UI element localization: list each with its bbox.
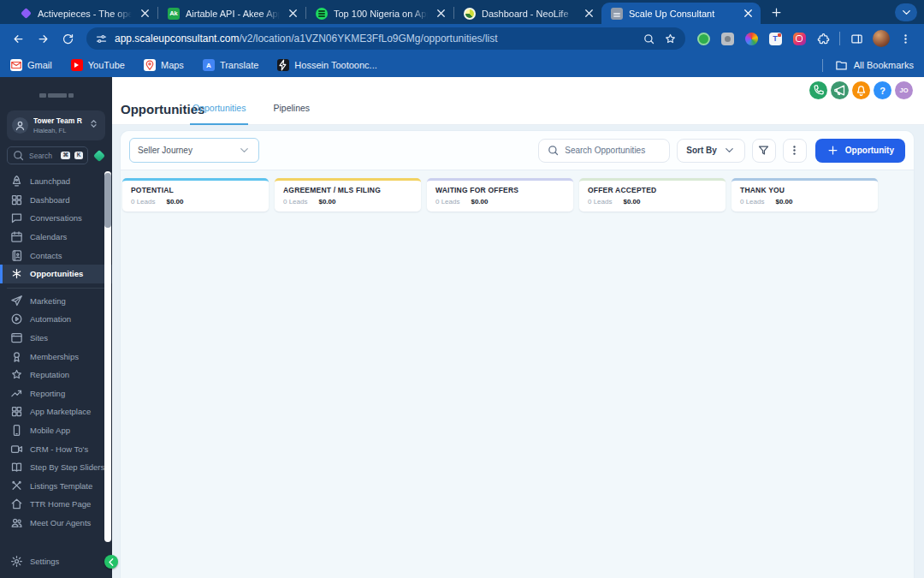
tab-title: Airtable API - Akee App Test bbox=[186, 9, 280, 19]
more-options-button[interactable] bbox=[783, 139, 807, 163]
kanban-column-thank-you[interactable]: THANK YOU 0 Leads$0.00 bbox=[732, 178, 878, 212]
bell-icon[interactable] bbox=[852, 81, 870, 99]
sidebar-item-launchpad[interactable]: Launchpad bbox=[0, 172, 112, 191]
add-opportunity-button[interactable]: Opportunity bbox=[815, 139, 905, 163]
account-updown-icon bbox=[87, 117, 100, 134]
megaphone-icon[interactable] bbox=[831, 81, 849, 99]
sidebar-item-contacts[interactable]: Contacts bbox=[0, 246, 112, 265]
sidebar-item-meet-our-agents[interactable]: Meet Our Agents bbox=[0, 514, 112, 533]
search-opportunities-input[interactable]: Search Opportunities bbox=[538, 139, 670, 163]
tab-activepieces[interactable]: Activepieces - The open sour bbox=[10, 3, 157, 24]
sidebar-item-crm-how-tos[interactable]: CRM - How To's bbox=[0, 439, 112, 458]
tab-close-icon[interactable] bbox=[138, 7, 151, 21]
new-tab-button[interactable] bbox=[766, 2, 786, 22]
account-switcher[interactable]: Tower Team Realty Hialeah, FL bbox=[7, 110, 105, 140]
kanban-column-potential[interactable]: POTENTIAL 0 Leads$0.00 bbox=[122, 178, 269, 212]
bookmark-star-icon[interactable] bbox=[664, 33, 677, 45]
column-value: $0.00 bbox=[471, 198, 488, 206]
sidebar-item-dashboard[interactable]: Dashboard bbox=[0, 191, 112, 210]
tab-neolife[interactable]: Dashboard - NeoLife bbox=[454, 3, 601, 24]
sidebar-item-label: Conversations bbox=[30, 213, 82, 223]
sidebar-item-opportunities[interactable]: Opportunities bbox=[0, 265, 112, 283]
sidebar-item-label: Dashboard bbox=[30, 195, 69, 205]
note-extension-icon[interactable]: T bbox=[764, 27, 786, 50]
chevron-down-icon bbox=[238, 144, 251, 157]
sidebar-item-label: Listings Template bbox=[30, 481, 92, 491]
kanban-column-waiting-for-offers[interactable]: WAITING FOR OFFERS 0 Leads$0.00 bbox=[427, 178, 573, 212]
sidebar-item-label: Marketing bbox=[30, 296, 66, 306]
all-bookmarks-label: All Bookmarks bbox=[854, 60, 914, 70]
column-leads: 0 Leads bbox=[435, 198, 459, 206]
sidebar-nav: Launchpad Dashboard Conversations Calend… bbox=[0, 172, 112, 532]
browser-window-icon bbox=[10, 331, 23, 344]
sidebar-item-ttr-home-page[interactable]: TTR Home Page bbox=[0, 495, 112, 514]
bookmark-translate[interactable]: A Translate bbox=[203, 59, 258, 71]
app-window: Tower Team Realty Hialeah, FL Search ⌘ K… bbox=[0, 77, 924, 578]
sidebar-scrollbar-thumb[interactable] bbox=[104, 173, 111, 228]
sidebar-item-mobile-app[interactable]: Mobile App bbox=[0, 421, 112, 440]
calendar-icon bbox=[10, 230, 23, 243]
kanban-column-offer-accepted[interactable]: OFFER ACCEPTED 0 Leads$0.00 bbox=[579, 178, 726, 212]
user-avatar[interactable]: JO bbox=[895, 81, 913, 99]
forward-button[interactable] bbox=[32, 27, 55, 51]
green-extension-icon[interactable] bbox=[692, 27, 714, 50]
bookmark-hossein[interactable]: Hossein Tootoonc... bbox=[277, 59, 376, 71]
sidebar-item-calendars[interactable]: Calendars bbox=[0, 228, 112, 247]
pipeline-selected-value: Seller Journey bbox=[138, 146, 192, 155]
sidebar-item-settings[interactable]: Settings bbox=[0, 551, 112, 570]
sidebar-item-reporting[interactable]: Reporting bbox=[0, 384, 112, 403]
bookmark-gmail[interactable]: Gmail bbox=[10, 59, 52, 71]
green-diamond-icon[interactable] bbox=[92, 149, 105, 162]
tab-music[interactable]: Top 100 Nigeria on Apple Mus bbox=[306, 3, 453, 24]
tab-scale-up-consultant[interactable]: Scale Up Consultant bbox=[601, 3, 761, 24]
sidebar-item-marketing[interactable]: Marketing bbox=[0, 292, 112, 311]
tab-close-icon[interactable] bbox=[434, 7, 447, 21]
sidebar-item-conversations[interactable]: Conversations bbox=[0, 209, 112, 228]
filter-funnel-button[interactable] bbox=[752, 139, 776, 163]
help-icon[interactable]: ? bbox=[874, 81, 891, 99]
tab-airtable[interactable]: Ak Airtable API - Akee App Test bbox=[158, 3, 305, 24]
tab-close-icon[interactable] bbox=[286, 7, 299, 21]
account-name: Tower Team Realty bbox=[33, 116, 82, 125]
profile-avatar[interactable] bbox=[873, 30, 890, 47]
sort-by-button[interactable]: Sort By bbox=[677, 139, 745, 163]
reload-button[interactable] bbox=[56, 27, 80, 51]
bookmark-youtube[interactable]: YouTube bbox=[71, 59, 125, 71]
phone-icon[interactable] bbox=[809, 81, 827, 99]
url-path: /v2/location/a1VZN06YKME3FfLo9GMg/opport… bbox=[239, 33, 497, 45]
sidebar-item-listings-template[interactable]: Listings Template bbox=[0, 477, 112, 496]
grid-icon bbox=[10, 194, 23, 206]
pipeline-select[interactable]: Seller Journey bbox=[129, 138, 259, 163]
url-text[interactable]: app.scaleupconsultant.com/v2/location/a1… bbox=[115, 33, 634, 45]
browser-menu-icon[interactable] bbox=[894, 27, 917, 51]
sidebar-search-input[interactable]: Search ⌘ K bbox=[7, 146, 88, 164]
all-bookmarks-button[interactable]: All Bookmarks bbox=[835, 59, 914, 72]
sidebar-item-sites[interactable]: Sites bbox=[0, 329, 112, 348]
sidebar-item-step-by-step-sliders[interactable]: Step By Step Sliders bbox=[0, 458, 112, 477]
bookmark-maps[interactable]: Maps bbox=[144, 59, 184, 71]
zoom-icon[interactable] bbox=[643, 33, 655, 45]
sidebar-item-memberships[interactable]: Memberships bbox=[0, 347, 112, 366]
automation-icon bbox=[10, 313, 23, 325]
puzzle-extensions-icon[interactable] bbox=[812, 27, 834, 50]
sidebar-item-automation[interactable]: Automation bbox=[0, 310, 112, 329]
tab-pipelines[interactable]: Pipelines bbox=[270, 103, 312, 125]
instagram-extension-icon[interactable] bbox=[788, 27, 810, 50]
camera-extension-icon[interactable] bbox=[716, 27, 738, 50]
kanban-column-agreement-mls-filing[interactable]: AGREEMENT / MLS FILING 0 Leads$0.00 bbox=[275, 178, 421, 212]
sidebar-scrollbar[interactable] bbox=[104, 171, 111, 542]
tab-close-icon[interactable] bbox=[741, 7, 755, 21]
site-info-icon[interactable] bbox=[95, 33, 108, 45]
side-panel-icon[interactable] bbox=[845, 27, 868, 51]
sidebar-collapse-button[interactable] bbox=[104, 555, 118, 569]
back-button[interactable] bbox=[7, 27, 30, 51]
tab-opportunities[interactable]: Opportunities bbox=[190, 103, 248, 125]
search-placeholder: Search bbox=[29, 152, 56, 160]
tab-close-icon[interactable] bbox=[582, 7, 595, 21]
sidebar-item-reputation[interactable]: Reputation bbox=[0, 366, 112, 384]
kanban-board: POTENTIAL 0 Leads$0.00 AGREEMENT / MLS F… bbox=[121, 170, 914, 212]
sidebar-item-app-marketplace[interactable]: App Marketplace bbox=[0, 402, 112, 421]
pinwheel-extension-icon[interactable] bbox=[740, 27, 762, 50]
tab-search-button[interactable] bbox=[895, 3, 917, 21]
address-bar[interactable]: app.scaleupconsultant.com/v2/location/a1… bbox=[86, 27, 685, 50]
